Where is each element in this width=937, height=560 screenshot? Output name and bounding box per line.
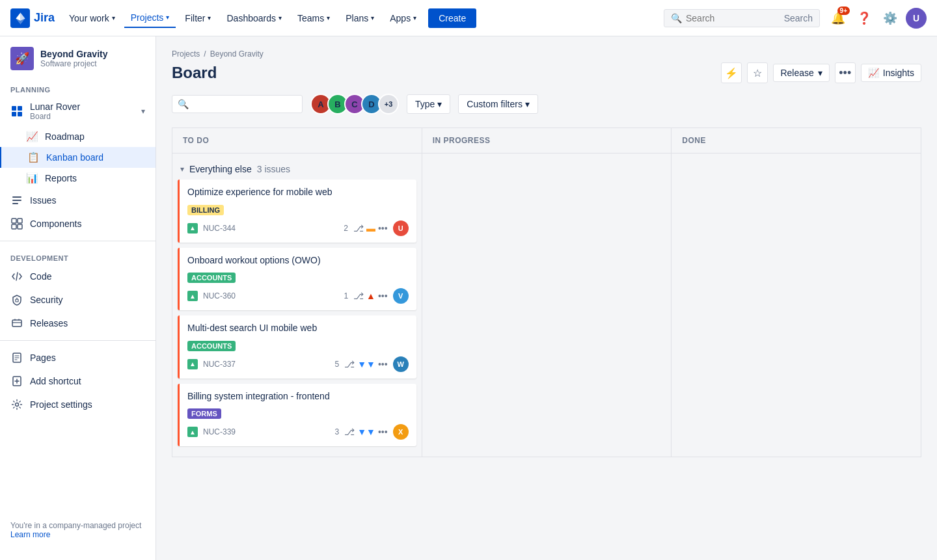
release-button[interactable]: Release ▾ xyxy=(773,64,829,82)
search-bar[interactable]: 🔍 Search xyxy=(664,9,820,27)
group-header[interactable]: ▾ Everything else 3 issues xyxy=(178,159,416,180)
more-icon[interactable]: ••• xyxy=(378,427,388,437)
svg-rect-12 xyxy=(16,299,18,302)
card-avatar: V xyxy=(393,288,409,304)
sidebar-item-code[interactable]: Code xyxy=(0,265,156,288)
issue-id: NUC-337 xyxy=(203,360,330,369)
nav-apps[interactable]: Apps ▾ xyxy=(383,9,423,27)
type-filter-button[interactable]: Type ▾ xyxy=(407,94,450,114)
card-label: ACCOUNTS xyxy=(187,341,236,351)
card-nuc-339[interactable]: Billing system integration - frontend FO… xyxy=(178,384,416,447)
lightning-button[interactable]: ⚡ xyxy=(721,62,742,83)
custom-filters-button[interactable]: Custom filters ▾ xyxy=(458,94,538,114)
search-input[interactable] xyxy=(686,13,780,23)
add-shortcut-label: Add shortcut xyxy=(30,376,145,386)
avatars-filter: A B C D +3 xyxy=(310,94,399,114)
project-info: Beyond Gravity Software project xyxy=(40,49,145,68)
project-type: Software project xyxy=(40,59,145,68)
sidebar-item-reports[interactable]: 📊 Reports xyxy=(0,168,156,189)
card-nuc-337[interactable]: Multi-dest search UI mobile web ACCOUNTS… xyxy=(178,315,416,379)
main-layout: 🚀 Beyond Gravity Software project PLANNI… xyxy=(0,36,937,560)
search-icon: 🔍 xyxy=(671,13,682,23)
group-label: Everything else xyxy=(189,164,252,174)
more-icon[interactable]: ••• xyxy=(378,291,388,301)
card-meta-icons: ⎇ ▼▼ ••• xyxy=(344,359,387,369)
sidebar-item-pages[interactable]: Pages xyxy=(0,346,156,369)
column-done: DONE xyxy=(672,127,921,457)
project-settings-label: Project settings xyxy=(30,399,145,410)
chart-icon: 📈 xyxy=(868,68,879,78)
jira-logo[interactable]: Jira xyxy=(10,8,55,28)
sidebar: 🚀 Beyond Gravity Software project PLANNI… xyxy=(0,36,156,560)
board-search-input[interactable] xyxy=(193,99,297,109)
reports-icon: 📊 xyxy=(26,172,38,184)
svg-rect-7 xyxy=(12,203,18,204)
sidebar-item-issues[interactable]: Issues xyxy=(0,189,156,212)
svg-rect-4 xyxy=(18,112,22,116)
svg-rect-9 xyxy=(18,219,22,223)
nav-teams[interactable]: Teams ▾ xyxy=(291,9,336,27)
filter-bar: 🔍 A B C D +3 Type ▾ Custom filters ▾ xyxy=(172,94,921,114)
card-nuc-360[interactable]: Onboard workout options (OWO) ACCOUNTS ▲… xyxy=(178,248,416,311)
issue-type-icon: ▲ xyxy=(187,291,198,301)
custom-filters-label: Custom filters xyxy=(467,99,523,109)
project-icon: 🚀 xyxy=(10,47,34,70)
card-label: ACCOUNTS xyxy=(187,273,236,283)
user-avatar[interactable]: U xyxy=(906,8,927,29)
branch-icon[interactable]: ⎇ xyxy=(353,291,364,301)
sidebar-item-add-shortcut[interactable]: Add shortcut xyxy=(0,369,156,393)
card-meta-icons: ⎇ ▼▼ ••• xyxy=(344,427,387,437)
learn-more-link[interactable]: Learn more xyxy=(10,530,50,539)
chevron-down-icon: ▾ xyxy=(327,14,330,21)
branch-icon[interactable]: ⎇ xyxy=(344,359,355,369)
issue-type-icon: ▲ xyxy=(187,223,198,233)
sidebar-item-roadmap[interactable]: 📈 Roadmap xyxy=(0,126,156,147)
nav-projects[interactable]: Projects ▾ xyxy=(124,8,176,28)
breadcrumb-project-name[interactable]: Beyond Gravity xyxy=(210,49,264,59)
more-icon[interactable]: ••• xyxy=(378,359,388,369)
more-icon[interactable]: ••• xyxy=(378,223,388,233)
breadcrumb-projects[interactable]: Projects xyxy=(172,49,200,59)
board-actions: ⚡ ☆ Release ▾ ••• 📈 Insights xyxy=(721,62,921,83)
more-icon: ••• xyxy=(839,66,851,80)
svg-rect-13 xyxy=(12,320,21,327)
planning-section-label: PLANNING xyxy=(0,78,156,96)
roadmap-label: Roadmap xyxy=(45,131,145,142)
sidebar-item-kanban[interactable]: 📋 Kanban board xyxy=(0,147,156,168)
nav-plans[interactable]: Plans ▾ xyxy=(339,9,381,27)
notifications-button[interactable]: 🔔 9+ xyxy=(828,8,849,29)
nav-your-work[interactable]: Your work ▾ xyxy=(62,9,122,27)
svg-rect-10 xyxy=(12,224,16,229)
svg-rect-8 xyxy=(12,219,16,223)
board-search[interactable]: 🔍 xyxy=(172,95,303,113)
components-label: Components xyxy=(30,219,145,229)
nav-filter[interactable]: Filter ▾ xyxy=(178,9,217,27)
settings-button[interactable]: ⚙️ xyxy=(880,8,901,29)
create-button[interactable]: Create xyxy=(428,8,476,28)
board-title: Board xyxy=(172,64,217,82)
branch-icon[interactable]: ⎇ xyxy=(344,427,355,437)
sidebar-item-components[interactable]: Components xyxy=(0,212,156,235)
sidebar-item-lunar-rover[interactable]: Lunar Rover Board ▾ xyxy=(0,96,156,126)
group-count: 3 issues xyxy=(257,164,290,174)
chevron-down-icon: ▾ xyxy=(818,68,822,78)
help-button[interactable]: ❓ xyxy=(854,8,875,29)
filter-avatar-extra[interactable]: +3 xyxy=(378,94,399,114)
sidebar-item-project-settings[interactable]: Project settings xyxy=(0,393,156,416)
type-filter-label: Type xyxy=(415,99,435,109)
kanban-icon: 📋 xyxy=(27,152,40,163)
card-title: Multi-dest search UI mobile web xyxy=(187,322,409,335)
sidebar-item-releases[interactable]: Releases xyxy=(0,312,156,335)
card-nuc-344[interactable]: Optimize experience for mobile web BILLI… xyxy=(178,180,416,243)
insights-button[interactable]: 📈 Insights xyxy=(861,64,921,82)
nav-dashboards[interactable]: Dashboards ▾ xyxy=(220,9,288,27)
column-inprogress-header: IN PROGRESS xyxy=(422,128,672,153)
story-points: 2 xyxy=(344,224,348,233)
star-button[interactable]: ☆ xyxy=(747,62,768,83)
more-options-button[interactable]: ••• xyxy=(835,62,856,83)
sidebar-item-security[interactable]: Security xyxy=(0,288,156,312)
project-settings-icon xyxy=(10,398,23,411)
gear-icon: ⚙️ xyxy=(883,11,897,25)
branch-icon[interactable]: ⎇ xyxy=(353,223,364,233)
project-header[interactable]: 🚀 Beyond Gravity Software project xyxy=(0,36,156,78)
